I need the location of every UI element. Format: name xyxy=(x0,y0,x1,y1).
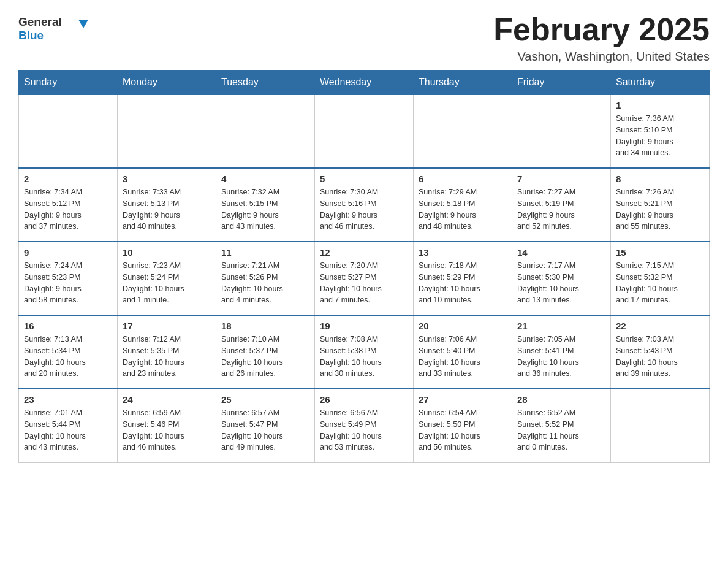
calendar-week-row: 9Sunrise: 7:24 AMSunset: 5:23 PMDaylight… xyxy=(19,242,710,315)
day-info: Sunrise: 7:30 AMSunset: 5:16 PMDaylight:… xyxy=(320,186,408,232)
day-info: Sunrise: 7:36 AMSunset: 5:10 PMDaylight:… xyxy=(616,113,704,159)
day-number: 3 xyxy=(123,174,211,184)
location: Vashon, Washington, United States xyxy=(493,50,710,64)
calendar-day-cell xyxy=(315,94,414,168)
day-info: Sunrise: 7:33 AMSunset: 5:13 PMDaylight:… xyxy=(123,186,211,232)
calendar-day-cell: 9Sunrise: 7:24 AMSunset: 5:23 PMDaylight… xyxy=(19,242,118,315)
day-info: Sunrise: 7:17 AMSunset: 5:30 PMDaylight:… xyxy=(517,260,605,306)
day-number: 25 xyxy=(221,394,309,405)
day-number: 12 xyxy=(320,247,408,258)
day-number: 22 xyxy=(616,321,704,331)
calendar-week-row: 23Sunrise: 7:01 AMSunset: 5:44 PMDayligh… xyxy=(19,389,710,462)
day-info: Sunrise: 7:06 AMSunset: 5:40 PMDaylight:… xyxy=(419,334,507,380)
calendar-day-cell: 6Sunrise: 7:29 AMSunset: 5:18 PMDaylight… xyxy=(414,168,512,242)
day-info: Sunrise: 7:29 AMSunset: 5:18 PMDaylight:… xyxy=(419,186,507,232)
day-number: 21 xyxy=(517,321,605,331)
day-info: Sunrise: 6:52 AMSunset: 5:52 PMDaylight:… xyxy=(517,407,605,453)
col-wednesday: Wednesday xyxy=(315,71,414,95)
day-number: 15 xyxy=(616,247,704,258)
calendar-day-cell: 11Sunrise: 7:21 AMSunset: 5:26 PMDayligh… xyxy=(216,242,315,315)
col-sunday: Sunday xyxy=(19,71,118,95)
calendar-day-cell: 14Sunrise: 7:17 AMSunset: 5:30 PMDayligh… xyxy=(512,242,611,315)
month-title: February 2025 xyxy=(493,12,710,47)
day-number: 16 xyxy=(24,321,112,331)
day-number: 27 xyxy=(419,394,507,405)
calendar-day-cell xyxy=(611,389,710,462)
day-info: Sunrise: 7:18 AMSunset: 5:29 PMDaylight:… xyxy=(419,260,507,306)
col-monday: Monday xyxy=(118,71,216,95)
day-info: Sunrise: 6:54 AMSunset: 5:50 PMDaylight:… xyxy=(419,407,507,453)
day-number: 7 xyxy=(517,174,605,184)
calendar-table: Sunday Monday Tuesday Wednesday Thursday… xyxy=(18,70,710,463)
col-tuesday: Tuesday xyxy=(216,71,315,95)
calendar-day-cell: 16Sunrise: 7:13 AMSunset: 5:34 PMDayligh… xyxy=(19,315,118,389)
day-number: 10 xyxy=(123,247,211,258)
calendar-header-row: Sunday Monday Tuesday Wednesday Thursday… xyxy=(19,71,710,95)
day-number: 8 xyxy=(616,174,704,184)
day-number: 20 xyxy=(419,321,507,331)
day-info: Sunrise: 7:05 AMSunset: 5:41 PMDaylight:… xyxy=(517,334,605,380)
calendar-day-cell: 24Sunrise: 6:59 AMSunset: 5:46 PMDayligh… xyxy=(118,389,216,462)
day-info: Sunrise: 7:34 AMSunset: 5:12 PMDaylight:… xyxy=(24,186,112,232)
day-number: 14 xyxy=(517,247,605,258)
col-thursday: Thursday xyxy=(414,71,512,95)
day-number: 11 xyxy=(221,247,309,258)
day-info: Sunrise: 7:15 AMSunset: 5:32 PMDaylight:… xyxy=(616,260,704,306)
calendar-day-cell xyxy=(19,94,118,168)
day-info: Sunrise: 7:24 AMSunset: 5:23 PMDaylight:… xyxy=(24,260,112,306)
calendar-day-cell: 2Sunrise: 7:34 AMSunset: 5:12 PMDaylight… xyxy=(19,168,118,242)
calendar-week-row: 1Sunrise: 7:36 AMSunset: 5:10 PMDaylight… xyxy=(19,94,710,168)
calendar-week-row: 2Sunrise: 7:34 AMSunset: 5:12 PMDaylight… xyxy=(19,168,710,242)
calendar-day-cell xyxy=(414,94,512,168)
day-info: Sunrise: 7:21 AMSunset: 5:26 PMDaylight:… xyxy=(221,260,309,306)
calendar-day-cell: 19Sunrise: 7:08 AMSunset: 5:38 PMDayligh… xyxy=(315,315,414,389)
day-number: 23 xyxy=(24,394,112,405)
day-number: 26 xyxy=(320,394,408,405)
calendar-day-cell: 23Sunrise: 7:01 AMSunset: 5:44 PMDayligh… xyxy=(19,389,118,462)
day-number: 4 xyxy=(221,174,309,184)
calendar-day-cell: 15Sunrise: 7:15 AMSunset: 5:32 PMDayligh… xyxy=(611,242,710,315)
day-info: Sunrise: 6:56 AMSunset: 5:49 PMDaylight:… xyxy=(320,407,408,453)
calendar-day-cell: 4Sunrise: 7:32 AMSunset: 5:15 PMDaylight… xyxy=(216,168,315,242)
day-number: 13 xyxy=(419,247,507,258)
day-info: Sunrise: 7:12 AMSunset: 5:35 PMDaylight:… xyxy=(123,334,211,380)
calendar-day-cell: 7Sunrise: 7:27 AMSunset: 5:19 PMDaylight… xyxy=(512,168,611,242)
day-number: 28 xyxy=(517,394,605,405)
calendar-day-cell: 12Sunrise: 7:20 AMSunset: 5:27 PMDayligh… xyxy=(315,242,414,315)
day-number: 5 xyxy=(320,174,408,184)
logo: General Blue xyxy=(18,12,92,46)
day-info: Sunrise: 7:03 AMSunset: 5:43 PMDaylight:… xyxy=(616,334,704,380)
calendar-day-cell: 10Sunrise: 7:23 AMSunset: 5:24 PMDayligh… xyxy=(118,242,216,315)
calendar-day-cell: 26Sunrise: 6:56 AMSunset: 5:49 PMDayligh… xyxy=(315,389,414,462)
calendar-day-cell xyxy=(118,94,216,168)
day-info: Sunrise: 7:10 AMSunset: 5:37 PMDaylight:… xyxy=(221,334,309,380)
calendar-day-cell: 18Sunrise: 7:10 AMSunset: 5:37 PMDayligh… xyxy=(216,315,315,389)
col-saturday: Saturday xyxy=(611,71,710,95)
day-info: Sunrise: 6:57 AMSunset: 5:47 PMDaylight:… xyxy=(221,407,309,453)
logo-svg: General Blue xyxy=(18,12,92,46)
page-header: General Blue February 2025 Vashon, Washi… xyxy=(18,12,710,64)
day-number: 24 xyxy=(123,394,211,405)
svg-marker-2 xyxy=(78,20,88,28)
svg-text:Blue: Blue xyxy=(18,29,44,42)
day-info: Sunrise: 7:23 AMSunset: 5:24 PMDaylight:… xyxy=(123,260,211,306)
calendar-day-cell: 17Sunrise: 7:12 AMSunset: 5:35 PMDayligh… xyxy=(118,315,216,389)
calendar-day-cell: 27Sunrise: 6:54 AMSunset: 5:50 PMDayligh… xyxy=(414,389,512,462)
title-section: February 2025 Vashon, Washington, United… xyxy=(493,12,710,64)
col-friday: Friday xyxy=(512,71,611,95)
calendar-day-cell: 1Sunrise: 7:36 AMSunset: 5:10 PMDaylight… xyxy=(611,94,710,168)
day-info: Sunrise: 7:01 AMSunset: 5:44 PMDaylight:… xyxy=(24,407,112,453)
day-info: Sunrise: 7:27 AMSunset: 5:19 PMDaylight:… xyxy=(517,186,605,232)
calendar-day-cell: 20Sunrise: 7:06 AMSunset: 5:40 PMDayligh… xyxy=(414,315,512,389)
calendar-day-cell: 5Sunrise: 7:30 AMSunset: 5:16 PMDaylight… xyxy=(315,168,414,242)
day-info: Sunrise: 7:26 AMSunset: 5:21 PMDaylight:… xyxy=(616,186,704,232)
day-number: 1 xyxy=(616,100,704,110)
day-number: 19 xyxy=(320,321,408,331)
calendar-day-cell xyxy=(216,94,315,168)
svg-text:General: General xyxy=(18,15,62,28)
day-info: Sunrise: 7:20 AMSunset: 5:27 PMDaylight:… xyxy=(320,260,408,306)
calendar-week-row: 16Sunrise: 7:13 AMSunset: 5:34 PMDayligh… xyxy=(19,315,710,389)
day-number: 2 xyxy=(24,174,112,184)
day-info: Sunrise: 7:32 AMSunset: 5:15 PMDaylight:… xyxy=(221,186,309,232)
day-number: 17 xyxy=(123,321,211,331)
